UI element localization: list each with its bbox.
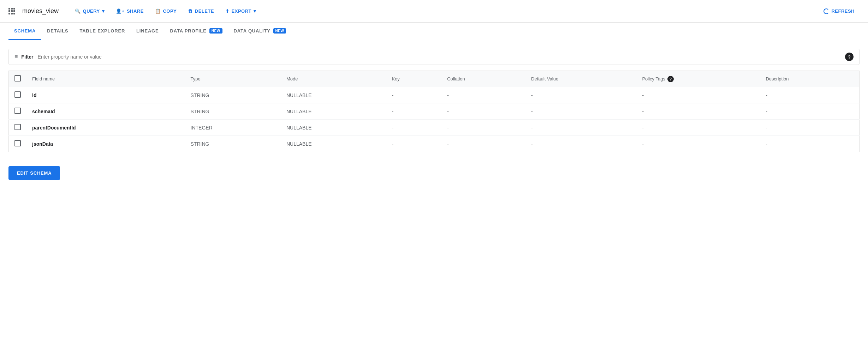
tab-data-quality[interactable]: DATA QUALITY NEW (228, 23, 292, 40)
copy-icon: 📋 (155, 8, 161, 14)
grid-icon[interactable] (8, 8, 15, 14)
select-all-checkbox[interactable] (14, 75, 21, 82)
row-checkbox[interactable] (14, 91, 21, 98)
th-collation: Collation (441, 71, 525, 87)
table-row: parentDocumentId INTEGER NULLABLE - - - … (9, 120, 860, 136)
cell-key: - (386, 120, 441, 136)
cell-field-name: id (26, 87, 185, 103)
tab-lineage[interactable]: LINEAGE (131, 23, 164, 40)
cell-field-name: schemaId (26, 103, 185, 120)
cell-default-value: - (525, 136, 636, 152)
data-profile-badge: NEW (209, 28, 222, 34)
row-checkbox[interactable] (14, 108, 21, 114)
toolbar-actions: 🔍 QUERY ▾ 👤+ SHARE 📋 COPY 🗑 DELETE ⬆ EXP… (70, 6, 860, 17)
th-type: Type (185, 71, 281, 87)
tab-details[interactable]: DETAILS (41, 23, 74, 40)
th-default-value: Default Value (525, 71, 636, 87)
export-icon: ⬆ (225, 8, 230, 14)
cell-policy-tags: - (636, 103, 760, 120)
row-checkbox-cell[interactable] (9, 136, 27, 152)
cell-collation: - (441, 136, 525, 152)
row-checkbox-cell[interactable] (9, 120, 27, 136)
content-area: ≡ Filter ? Field name Type Mode K (0, 40, 868, 188)
tabs-bar: SCHEMA DETAILS TABLE EXPLORER LINEAGE DA… (0, 23, 868, 40)
cell-type: INTEGER (185, 120, 281, 136)
cell-policy-tags: - (636, 120, 760, 136)
cell-mode: NULLABLE (281, 136, 386, 152)
row-checkbox[interactable] (14, 124, 21, 130)
row-checkbox[interactable] (14, 140, 21, 146)
share-button[interactable]: 👤+ SHARE (111, 6, 149, 17)
cell-mode: NULLABLE (281, 120, 386, 136)
export-button[interactable]: ⬆ EXPORT ▾ (220, 6, 261, 17)
row-checkbox-cell[interactable] (9, 103, 27, 120)
query-icon: 🔍 (75, 8, 81, 14)
cell-mode: NULLABLE (281, 103, 386, 120)
cell-key: - (386, 136, 441, 152)
cell-mode: NULLABLE (281, 87, 386, 103)
filter-bar: ≡ Filter ? (8, 49, 860, 65)
table-header-row: Field name Type Mode Key Collation Defau… (9, 71, 860, 87)
tab-table-explorer[interactable]: TABLE EXPLORER (74, 23, 131, 40)
row-checkbox-cell[interactable] (9, 87, 27, 103)
page-title: movies_view (22, 7, 59, 15)
filter-input[interactable] (38, 54, 845, 60)
tab-data-profile[interactable]: DATA PROFILE NEW (164, 23, 228, 40)
th-description: Description (760, 71, 859, 87)
cell-policy-tags: - (636, 87, 760, 103)
cell-field-name: jsonData (26, 136, 185, 152)
table-row: id STRING NULLABLE - - - - - (9, 87, 860, 103)
cell-default-value: - (525, 87, 636, 103)
th-key: Key (386, 71, 441, 87)
policy-tags-help-icon[interactable]: ? (667, 76, 674, 82)
tab-schema[interactable]: SCHEMA (8, 23, 41, 40)
cell-default-value: - (525, 120, 636, 136)
cell-key: - (386, 103, 441, 120)
th-mode: Mode (281, 71, 386, 87)
cell-policy-tags: - (636, 136, 760, 152)
query-dropdown-icon: ▾ (102, 8, 105, 14)
toolbar: movies_view 🔍 QUERY ▾ 👤+ SHARE 📋 COPY 🗑 … (0, 0, 868, 23)
filter-label: Filter (21, 54, 33, 60)
cell-description: - (760, 103, 859, 120)
cell-key: - (386, 87, 441, 103)
cell-description: - (760, 120, 859, 136)
cell-description: - (760, 87, 859, 103)
cell-collation: - (441, 103, 525, 120)
cell-default-value: - (525, 103, 636, 120)
cell-description: - (760, 136, 859, 152)
cell-type: STRING (185, 136, 281, 152)
share-icon: 👤+ (116, 8, 125, 14)
data-quality-badge: NEW (273, 28, 286, 34)
cell-collation: - (441, 120, 525, 136)
refresh-icon (824, 8, 829, 14)
cell-field-name: parentDocumentId (26, 120, 185, 136)
refresh-button[interactable]: REFRESH (819, 6, 860, 17)
export-dropdown-icon: ▾ (254, 8, 256, 14)
table-row: jsonData STRING NULLABLE - - - - - (9, 136, 860, 152)
delete-button[interactable]: 🗑 DELETE (183, 6, 219, 17)
cell-collation: - (441, 87, 525, 103)
th-policy-tags: Policy Tags ? (636, 71, 760, 87)
th-field-name: Field name (26, 71, 185, 87)
query-button[interactable]: 🔍 QUERY ▾ (70, 6, 109, 17)
delete-icon: 🗑 (188, 8, 193, 14)
filter-icon: ≡ (14, 54, 18, 60)
cell-type: STRING (185, 103, 281, 120)
edit-schema-button[interactable]: EDIT SCHEMA (8, 166, 60, 180)
schema-table: Field name Type Mode Key Collation Defau… (8, 71, 860, 152)
filter-help-icon[interactable]: ? (845, 53, 854, 61)
cell-type: STRING (185, 87, 281, 103)
table-row: schemaId STRING NULLABLE - - - - - (9, 103, 860, 120)
th-select-all[interactable] (9, 71, 27, 87)
copy-button[interactable]: 📋 COPY (150, 6, 182, 17)
